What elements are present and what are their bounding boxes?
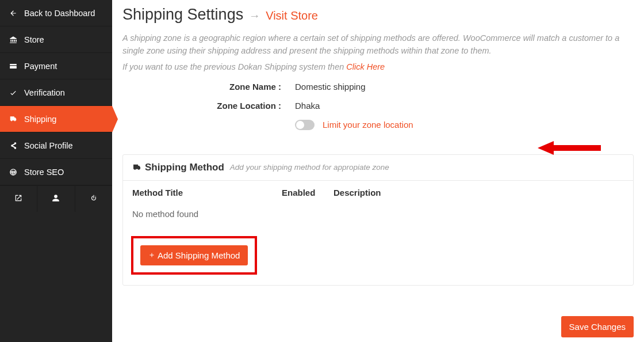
zone-name-label: Zone Name : (122, 82, 295, 92)
main-content: Shipping Settings → Visit Store A shippi… (112, 0, 644, 342)
truck-icon (132, 163, 141, 172)
globe-icon (9, 168, 24, 176)
desc2-pre: If you want to use the previous Dokan Sh… (122, 62, 346, 71)
plus-icon (148, 252, 155, 259)
panel-subtitle: Add your shipping method for appropiate … (230, 163, 389, 172)
col-description: Description (334, 188, 624, 197)
card-icon (9, 62, 24, 70)
sidebar-item-verification[interactable]: Verification (0, 79, 112, 106)
add-button-label: Add Shipping Method (158, 250, 240, 260)
external-link-icon (14, 194, 22, 204)
sidebar-item-store[interactable]: Store (0, 26, 112, 53)
sidebar-item-label: Verification (24, 88, 65, 97)
external-link-button[interactable] (0, 186, 37, 212)
sidebar-item-shipping[interactable]: Shipping (0, 106, 112, 132)
panel-header: Shipping Method Add your shipping method… (123, 155, 633, 181)
save-changes-button[interactable]: Save Changes (561, 316, 634, 337)
sidebar-item-label: Social Profile (24, 141, 73, 150)
sidebar: Back to Dashboard Store Payment Verifica… (0, 0, 112, 342)
limit-zone-label: Limit your zone location (323, 120, 413, 130)
toggle-knob (296, 121, 304, 129)
panel-title: Shipping Method (145, 162, 224, 173)
col-enabled: Enabled (282, 188, 334, 197)
truck-icon (9, 115, 24, 123)
zone-location-row: Zone Location : Dhaka (122, 101, 634, 111)
zone-location-value: Dhaka (295, 101, 320, 111)
page-title: Shipping Settings → Visit Store (122, 6, 634, 24)
description-text-2: If you want to use the previous Dokan Sh… (122, 62, 634, 71)
description-text: A shipping zone is a geographic region w… (122, 32, 634, 58)
add-button-highlight: Add Shipping Method (131, 236, 257, 275)
table-header: Method Title Enabled Description (132, 188, 624, 197)
sidebar-item-label: Store SEO (24, 168, 64, 177)
sidebar-item-seo[interactable]: Store SEO (0, 159, 112, 185)
limit-zone-row: Limit your zone location (122, 120, 634, 130)
title-text: Shipping Settings (122, 6, 243, 23)
sidebar-item-label: Store (24, 35, 44, 44)
arrow-right-icon: → (249, 9, 260, 22)
zone-location-label: Zone Location : (122, 101, 295, 111)
zone-name-row: Zone Name : Domestic shipping (122, 82, 634, 92)
bank-icon (9, 36, 24, 44)
user-icon (52, 194, 60, 204)
share-icon (9, 142, 24, 150)
panel-body: Method Title Enabled Description No meth… (123, 181, 633, 285)
sidebar-item-label: Shipping (24, 115, 56, 124)
sidebar-item-label: Payment (24, 62, 57, 71)
sidebar-item-payment[interactable]: Payment (0, 53, 112, 79)
arrow-left-icon (9, 9, 24, 17)
sidebar-item-social[interactable]: Social Profile (0, 132, 112, 159)
sidebar-item-label: Back to Dashboard (24, 9, 95, 18)
arrow-annotation-icon (538, 140, 601, 158)
svg-marker-0 (538, 141, 601, 155)
user-button[interactable] (37, 186, 75, 212)
power-icon (90, 194, 98, 204)
col-method-title: Method Title (132, 188, 282, 197)
sidebar-footer (0, 185, 112, 212)
check-icon (9, 89, 24, 97)
limit-zone-toggle[interactable] (295, 120, 315, 130)
power-button[interactable] (75, 186, 112, 212)
click-here-link[interactable]: Click Here (346, 62, 385, 71)
visit-store-link[interactable]: Visit Store (266, 9, 318, 22)
empty-state: No method found (132, 209, 624, 219)
shipping-method-panel: Shipping Method Add your shipping method… (122, 154, 634, 286)
zone-name-value: Domestic shipping (295, 82, 366, 92)
sidebar-item-dashboard[interactable]: Back to Dashboard (0, 0, 112, 26)
add-shipping-method-button[interactable]: Add Shipping Method (140, 245, 248, 265)
